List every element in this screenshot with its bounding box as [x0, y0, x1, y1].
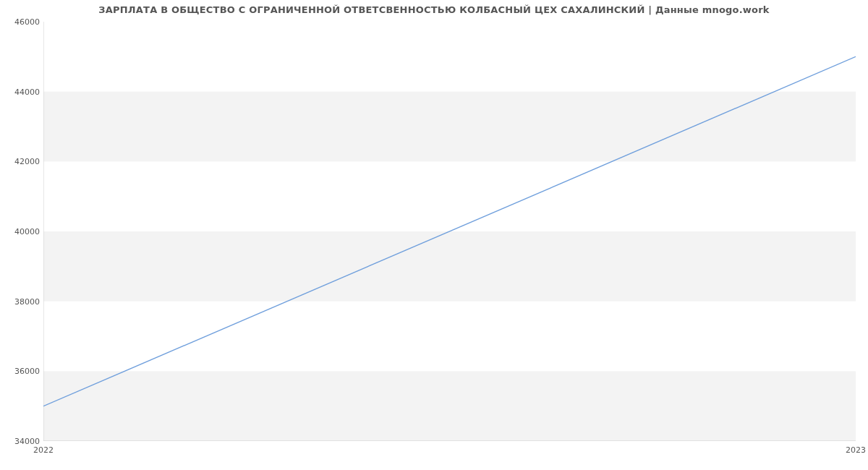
chart-title: ЗАРПЛАТА В ОБЩЕСТВО С ОГРАНИЧЕННОЙ ОТВЕТ…: [0, 4, 868, 15]
y-tick-label: 38000: [4, 296, 40, 306]
y-tick-label: 46000: [4, 17, 40, 27]
chart-container: ЗАРПЛАТА В ОБЩЕСТВО С ОГРАНИЧЕННОЙ ОТВЕТ…: [0, 0, 868, 470]
y-tick-label: 42000: [4, 157, 40, 166]
svg-rect-0: [43, 371, 856, 441]
chart-svg: [43, 22, 856, 441]
y-tick-label: 34000: [4, 437, 40, 446]
svg-rect-1: [43, 231, 856, 302]
y-tick-label: 40000: [4, 227, 40, 236]
x-tick-label: 2023: [846, 445, 866, 455]
y-tick-label: 44000: [4, 87, 40, 96]
svg-rect-2: [43, 92, 856, 162]
plot-area: [43, 22, 856, 441]
x-tick-label: 2022: [33, 445, 54, 455]
y-tick-label: 36000: [4, 367, 40, 376]
